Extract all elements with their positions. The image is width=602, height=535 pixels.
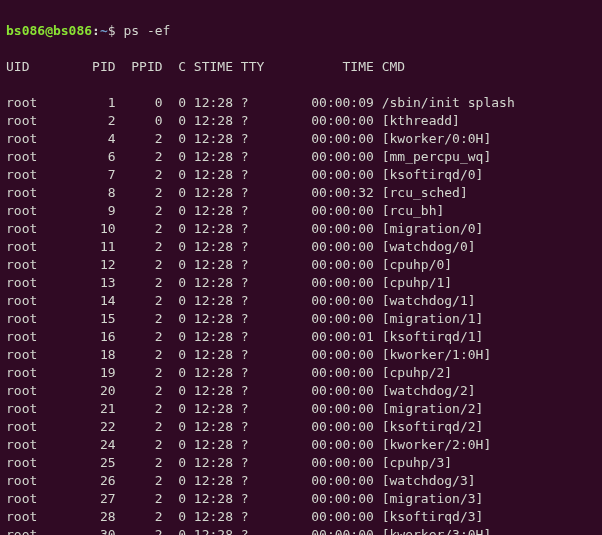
prompt-separator: :: [92, 23, 100, 38]
ps-row: root 9 2 0 12:28 ? 00:00:00 [rcu_bh]: [6, 202, 596, 220]
ps-row: root 6 2 0 12:28 ? 00:00:00 [mm_percpu_w…: [6, 148, 596, 166]
ps-row: root 8 2 0 12:28 ? 00:00:32 [rcu_sched]: [6, 184, 596, 202]
prompt-user-host: bs086@bs086: [6, 23, 92, 38]
ps-row: root 14 2 0 12:28 ? 00:00:00 [watchdog/1…: [6, 292, 596, 310]
ps-row: root 7 2 0 12:28 ? 00:00:00 [ksoftirqd/0…: [6, 166, 596, 184]
ps-row: root 13 2 0 12:28 ? 00:00:00 [cpuhp/1]: [6, 274, 596, 292]
typed-command: ps -ef: [123, 23, 170, 38]
ps-row: root 21 2 0 12:28 ? 00:00:00 [migration/…: [6, 400, 596, 418]
ps-row: root 22 2 0 12:28 ? 00:00:00 [ksoftirqd/…: [6, 418, 596, 436]
ps-row: root 28 2 0 12:28 ? 00:00:00 [ksoftirqd/…: [6, 508, 596, 526]
ps-row: root 26 2 0 12:28 ? 00:00:00 [watchdog/3…: [6, 472, 596, 490]
ps-row: root 19 2 0 12:28 ? 00:00:00 [cpuhp/2]: [6, 364, 596, 382]
prompt-path: ~: [100, 23, 108, 38]
ps-row: root 16 2 0 12:28 ? 00:00:01 [ksoftirqd/…: [6, 328, 596, 346]
ps-header-row: UID PID PPID C STIME TTY TIME CMD: [6, 58, 596, 76]
prompt-line: bs086@bs086:~$ ps -ef: [6, 22, 596, 40]
ps-row: root 4 2 0 12:28 ? 00:00:00 [kworker/0:0…: [6, 130, 596, 148]
ps-row: root 12 2 0 12:28 ? 00:00:00 [cpuhp/0]: [6, 256, 596, 274]
ps-row: root 25 2 0 12:28 ? 00:00:00 [cpuhp/3]: [6, 454, 596, 472]
ps-row: root 18 2 0 12:28 ? 00:00:00 [kworker/1:…: [6, 346, 596, 364]
ps-row: root 2 0 0 12:28 ? 00:00:00 [kthreadd]: [6, 112, 596, 130]
ps-row: root 1 0 0 12:28 ? 00:00:09 /sbin/init s…: [6, 94, 596, 112]
ps-row: root 15 2 0 12:28 ? 00:00:00 [migration/…: [6, 310, 596, 328]
ps-row: root 24 2 0 12:28 ? 00:00:00 [kworker/2:…: [6, 436, 596, 454]
ps-row: root 30 2 0 12:28 ? 00:00:00 [kworker/3:…: [6, 526, 596, 535]
ps-row: root 10 2 0 12:28 ? 00:00:00 [migration/…: [6, 220, 596, 238]
terminal[interactable]: bs086@bs086:~$ ps -ef UID PID PPID C STI…: [0, 0, 602, 535]
prompt-symbol: $: [108, 23, 116, 38]
ps-row: root 20 2 0 12:28 ? 00:00:00 [watchdog/2…: [6, 382, 596, 400]
ps-row: root 11 2 0 12:28 ? 00:00:00 [watchdog/0…: [6, 238, 596, 256]
ps-output: root 1 0 0 12:28 ? 00:00:09 /sbin/init s…: [6, 94, 596, 535]
ps-row: root 27 2 0 12:28 ? 00:00:00 [migration/…: [6, 490, 596, 508]
